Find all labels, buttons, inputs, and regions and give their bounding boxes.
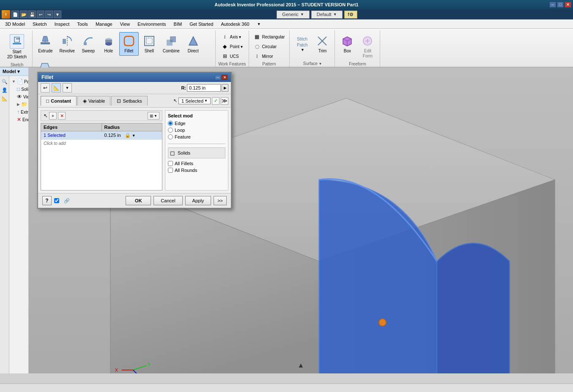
tree-item-extrude[interactable]: ↑ Extru... — [11, 108, 27, 116]
tree-item-origin[interactable]: ▶ 📁 Origin — [11, 101, 27, 108]
qa-more[interactable]: ▼ — [54, 11, 61, 18]
dialog-toolbar-icon2[interactable]: 📐 — [52, 83, 61, 93]
ribbon-btn-rectangular[interactable]: ▦ Rectangular — [252, 32, 287, 41]
radio-edge[interactable]: Edge — [168, 121, 225, 126]
ribbon-btn-extrude[interactable]: Extrude — [35, 32, 55, 56]
fillet-label: Fillet — [124, 49, 133, 54]
ribbon-btn-revolve[interactable]: Revolve — [57, 32, 78, 56]
allfillets-input[interactable] — [168, 161, 173, 166]
menu-inspect[interactable]: Inspect — [51, 21, 73, 27]
footer-checkbox[interactable] — [54, 198, 59, 203]
minimize-button[interactable]: ─ — [549, 2, 556, 8]
menu-expand[interactable]: ▼ — [254, 21, 264, 27]
solids-row[interactable]: ◻ Solids — [168, 147, 225, 158]
expand-button[interactable]: >> — [214, 196, 227, 205]
model-header[interactable]: Model ▾ — [0, 68, 28, 76]
selection-count[interactable]: 1 Selected ▼ — [178, 98, 211, 104]
model-header-label: Model ▾ — [3, 69, 20, 74]
menu-manage[interactable]: Manage — [92, 21, 116, 27]
apply-button[interactable]: Apply — [185, 196, 211, 205]
checkbox-allfillets[interactable]: All Fillets — [168, 161, 225, 166]
stitch-dropdown[interactable]: ▼ — [301, 48, 304, 52]
allrounds-input[interactable] — [168, 168, 173, 173]
fillet-dialog: Fillet ─ ✕ ↩ 📐 ▼ R: ▶ — [37, 72, 232, 209]
remove-btn[interactable]: ✕ — [58, 112, 66, 120]
cell-lock-icon[interactable]: 🔒 — [125, 133, 131, 138]
dialog-tab-variable[interactable]: ◈ Variable — [77, 96, 111, 106]
qa-undo[interactable]: ↩ — [37, 11, 44, 18]
dialog-tab-constant[interactable]: □ Constant — [41, 96, 77, 106]
dialog-tab-setbacks[interactable]: ⊡ Setbacks — [111, 96, 147, 106]
ucs-icon: ⊞ — [222, 53, 228, 60]
qa-new[interactable]: 📄 — [11, 11, 19, 18]
project-selector[interactable]: Default — [317, 12, 332, 17]
ribbon-btn-start2dsketch[interactable]: Start2D Sketch — [4, 32, 30, 62]
table-row[interactable]: 1 Selected 0.125 in 🔒 ▼ — [41, 131, 162, 140]
options-btn[interactable]: ⊞ ▼ — [148, 112, 159, 120]
ribbon-btn-point[interactable]: ◆ Point ▾ — [219, 42, 245, 51]
fx-btn[interactable]: f⚙ — [348, 12, 354, 17]
tree-item-view[interactable]: 👁 View: M... — [11, 93, 27, 101]
menu-environments[interactable]: Environments — [134, 21, 169, 27]
ribbon-btn-trim[interactable]: Trim — [313, 32, 332, 56]
menu-tools[interactable]: Tools — [74, 21, 91, 27]
menu-autodesk360[interactable]: Autodesk 360 — [217, 21, 252, 27]
dialog-toolbar-icon3[interactable]: ▼ — [63, 83, 72, 93]
radius-arrow[interactable]: ▶ — [222, 84, 228, 92]
radio-feature-input[interactable] — [168, 134, 173, 139]
footer-cb-input[interactable] — [54, 198, 59, 203]
ribbon-btn-hole[interactable]: Hole — [99, 32, 118, 56]
ribbon-btn-sweep[interactable]: Sweep — [79, 32, 98, 56]
ribbon-btn-combine[interactable]: Combine — [160, 32, 183, 56]
menu-sketch[interactable]: Sketch — [29, 21, 50, 27]
menu-getstarted[interactable]: Get Started — [186, 21, 217, 27]
tree-btn-search[interactable]: 👤 — [1, 86, 8, 94]
radio-edge-input[interactable] — [168, 121, 173, 126]
cancel-button[interactable]: Cancel — [154, 196, 182, 205]
select-next-btn[interactable]: ≫ — [221, 97, 228, 105]
tree-item-end[interactable]: ✕ End — [11, 116, 27, 123]
help-button[interactable]: ? — [42, 196, 52, 205]
inventor-logo[interactable]: I — [2, 10, 10, 19]
qa-save[interactable]: 💾 — [28, 11, 36, 18]
select-mode-title: Select mod — [168, 113, 225, 118]
dialog-close[interactable]: ✕ — [222, 75, 228, 80]
ribbon-btn-direct[interactable]: Direct — [184, 32, 203, 56]
tree-item-part1[interactable]: ▼ 📄 Part1 — [11, 78, 27, 85]
left-panel: Model ▾ 🔍 👤 📐 ▼ 📄 Part1 □ Solid B... — [0, 68, 29, 373]
ribbon-btn-shell[interactable]: Shell — [140, 32, 159, 56]
style-selector[interactable]: Generic — [282, 12, 299, 17]
radio-feature[interactable]: Feature — [168, 134, 225, 139]
qa-redo[interactable]: ↪ — [45, 11, 53, 18]
add-btn[interactable]: + — [49, 112, 57, 120]
ribbon-btn-editform[interactable]: EditForm — [358, 32, 377, 61]
ribbon-btn-box[interactable]: Box — [337, 32, 357, 56]
qa-open[interactable]: 📂 — [20, 11, 27, 18]
tree-btn-view[interactable]: 📐 — [1, 95, 8, 102]
menu-view[interactable]: View — [117, 21, 134, 27]
close-button[interactable]: ✕ — [565, 2, 571, 8]
ribbon-btn-stitch[interactable]: Stitch Patch ▼ — [292, 32, 312, 54]
ribbon-btn-circular[interactable]: ◌ Circular — [252, 42, 287, 51]
tree-item-solid[interactable]: □ Solid B... — [11, 85, 27, 93]
surface-arrow[interactable]: ▾ — [319, 61, 321, 66]
menu-bim[interactable]: BIM — [170, 21, 186, 27]
radius-input[interactable] — [187, 84, 221, 92]
checkbox-allrounds[interactable]: All Rounds — [168, 168, 225, 173]
maximize-button[interactable]: □ — [557, 2, 564, 8]
ribbon-btn-axis[interactable]: ↕ Axis ▾ — [219, 32, 245, 41]
select-check-btn[interactable]: ✓ — [212, 97, 219, 105]
radio-loop-input[interactable] — [168, 128, 173, 133]
cell-dropdown-icon[interactable]: ▼ — [132, 133, 136, 138]
tree-btn-filter[interactable]: 🔍 — [1, 78, 8, 85]
radio-loop[interactable]: Loop — [168, 128, 225, 133]
dialog-toolbar-icon1[interactable]: ↩ — [41, 83, 50, 93]
dialog-minimize[interactable]: ─ — [215, 75, 221, 80]
ok-button[interactable]: OK — [126, 196, 151, 205]
ribbon-btn-mirror[interactable]: ⫶ Mirror — [252, 52, 287, 61]
chain-icon[interactable]: 🔗 — [62, 197, 72, 205]
ribbon-btn-fillet[interactable]: Fillet — [119, 32, 139, 56]
menu-3dmodel[interactable]: 3D Model — [2, 21, 28, 27]
ribbon-btn-ucs[interactable]: ⊞ UCS — [219, 52, 245, 61]
stitch-icon: Stitch Patch — [295, 34, 309, 48]
